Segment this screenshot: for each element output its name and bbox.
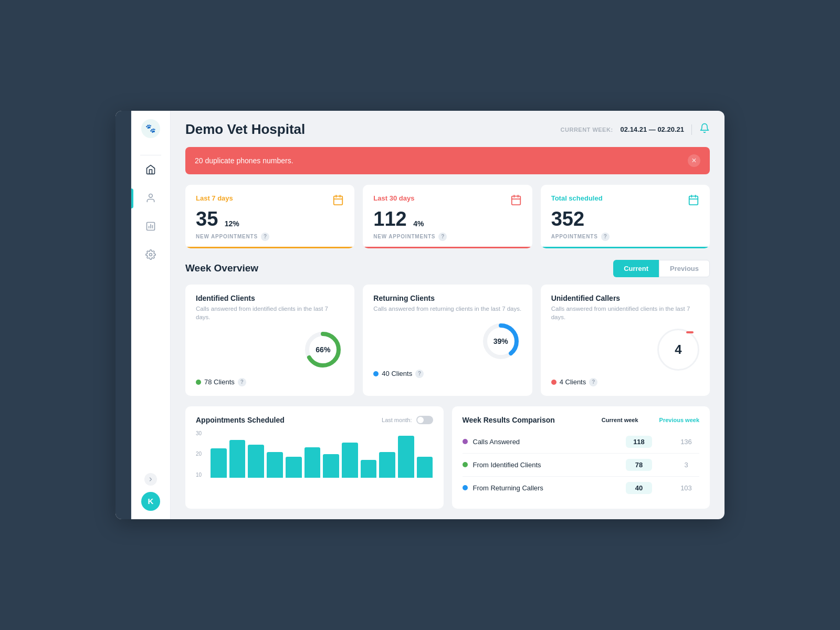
stat-number-total: 352 xyxy=(551,208,584,230)
svg-point-2 xyxy=(149,194,153,198)
stat-pct-30days: 4% xyxy=(413,219,424,228)
stat-card-border-total xyxy=(541,247,710,248)
bar-y-label-30: 30 xyxy=(196,430,202,436)
sidebar-strip xyxy=(116,111,131,519)
svg-text:🐾: 🐾 xyxy=(145,123,156,133)
calendar-icon-30days xyxy=(510,194,522,208)
bar-column xyxy=(398,436,414,478)
bar-y-label-20: 20 xyxy=(196,451,202,457)
identified-clients-help[interactable]: ? xyxy=(238,378,246,386)
stat-cards: Last 7 days 35 12% NEW APPOINTMENTS ? xyxy=(185,185,710,248)
bar xyxy=(361,460,377,478)
alert-close-button[interactable]: × xyxy=(688,154,700,167)
bar-column xyxy=(229,436,246,478)
logo-icon: 🐾 xyxy=(141,119,160,138)
page-title: Demo Vet Hospital xyxy=(185,121,305,138)
bar-column xyxy=(267,436,283,478)
sidebar-divider xyxy=(140,155,161,155)
last-month-toggle: Last month: xyxy=(382,416,433,424)
stat-help-30days[interactable]: ? xyxy=(438,233,447,241)
bar xyxy=(379,452,395,478)
comp-row-label: Calls Answered xyxy=(463,438,520,446)
comp-val-prev: 3 xyxy=(673,461,699,469)
last-month-label: Last month: xyxy=(382,417,412,423)
svg-rect-16 xyxy=(689,196,698,205)
identified-clients-card: Identified Clients Calls answered from i… xyxy=(185,285,354,396)
bar-chart xyxy=(211,430,433,478)
bar-column xyxy=(211,436,227,478)
returning-clients-help[interactable]: ? xyxy=(415,370,424,378)
last-month-toggle-switch[interactable] xyxy=(416,416,433,424)
avatar[interactable]: K xyxy=(141,492,160,511)
overview-cards: Identified Clients Calls answered from i… xyxy=(185,285,710,396)
stat-number-30days: 112 xyxy=(373,208,406,230)
comp-val-prev: 136 xyxy=(673,438,699,446)
week-results-card: Week Results Comparison Current week Pre… xyxy=(452,406,710,509)
bar-y-labels: 30 20 10 xyxy=(196,430,202,478)
week-overview-header: Week Overview Current Previous xyxy=(185,260,710,277)
sidebar-collapse-button[interactable] xyxy=(144,473,157,486)
comp-row-dot xyxy=(463,485,468,490)
unidentified-callers-number: 4 xyxy=(675,342,681,357)
comp-row-label: From Returning Callers xyxy=(463,484,543,492)
comp-row-dot xyxy=(463,439,468,444)
comp-row-vals: 118 136 xyxy=(626,436,699,448)
stat-help-7days[interactable]: ? xyxy=(261,233,269,241)
svg-point-7 xyxy=(150,254,152,256)
comparison-row: From Returning Callers 40 103 xyxy=(463,477,700,499)
sidebar-item-home[interactable] xyxy=(141,160,161,180)
sidebar-item-settings[interactable] xyxy=(141,245,161,265)
identified-clients-desc: Calls answered from identified clients i… xyxy=(196,304,344,321)
stat-help-total[interactable]: ? xyxy=(601,233,610,241)
week-toggle-group: Current Previous xyxy=(613,260,710,277)
stat-sublabel-total: APPOINTMENTS xyxy=(551,234,598,239)
returning-clients-pct: 39% xyxy=(494,337,508,345)
unidentified-callers-count: 4 Clients xyxy=(560,378,586,386)
identified-clients-pct: 66% xyxy=(316,345,330,354)
bar-column xyxy=(323,436,339,478)
notification-bell-icon[interactable] xyxy=(699,123,710,136)
bar-column xyxy=(379,436,395,478)
comp-row-vals: 40 103 xyxy=(626,482,699,494)
current-week-dates: 02.14.21 — 02.20.21 xyxy=(621,125,684,133)
bar xyxy=(211,448,227,478)
returning-clients-donut: 39% xyxy=(480,320,522,362)
bar xyxy=(342,443,358,478)
bar xyxy=(417,457,433,478)
sidebar-bottom: K xyxy=(141,473,160,511)
identified-clients-dot xyxy=(196,380,201,385)
bar xyxy=(229,440,246,478)
stat-sublabel-30days: NEW APPOINTMENTS xyxy=(373,234,435,239)
sidebar-item-reports[interactable] xyxy=(141,216,161,236)
comp-row-label: From Identified Clients xyxy=(463,461,541,469)
stat-label-30days: Last 30 days xyxy=(373,194,414,202)
appointments-scheduled-title: Appointments Scheduled xyxy=(196,416,285,424)
stat-pct-7days: 12% xyxy=(225,219,239,228)
unidentified-callers-help[interactable]: ? xyxy=(589,378,597,386)
sidebar: 🐾 xyxy=(131,111,171,519)
previous-week-button[interactable]: Previous xyxy=(659,260,710,277)
bar-column xyxy=(304,436,321,478)
header: Demo Vet Hospital CURRENT WEEK: 02.14.21… xyxy=(185,121,710,138)
unidentified-callers-dot xyxy=(551,380,556,385)
svg-rect-12 xyxy=(511,196,520,205)
unidentified-callers-desc: Calls answered from unidentified clients… xyxy=(551,304,699,321)
bar xyxy=(398,436,414,478)
appointments-scheduled-card: Appointments Scheduled Last month: 30 20… xyxy=(185,406,444,509)
sidebar-item-user[interactable] xyxy=(141,188,161,208)
returning-clients-card: Returning Clients Calls answered from re… xyxy=(363,285,532,396)
stat-card-7days: Last 7 days 35 12% NEW APPOINTMENTS ? xyxy=(185,185,354,248)
alert-message: 20 duplicate phones numbers. xyxy=(195,156,293,165)
comparison-row: From Identified Clients 78 3 xyxy=(463,454,700,477)
identified-clients-title: Identified Clients xyxy=(196,294,344,302)
current-week-button[interactable]: Current xyxy=(613,260,659,277)
header-divider xyxy=(691,124,692,135)
sidebar-active-indicator xyxy=(131,188,133,208)
comp-row-vals: 78 3 xyxy=(626,459,699,471)
bar-column xyxy=(361,436,377,478)
bar-column xyxy=(286,436,302,478)
week-overview-title: Week Overview xyxy=(185,262,258,274)
identified-clients-donut: 66% xyxy=(302,329,344,371)
bar-column xyxy=(248,436,264,478)
bar xyxy=(323,454,339,478)
